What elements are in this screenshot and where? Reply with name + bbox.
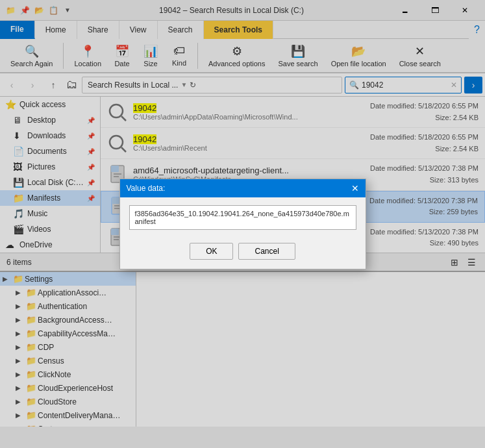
- ok-button[interactable]: OK: [190, 243, 233, 260]
- cancel-button[interactable]: Cancel: [238, 243, 295, 260]
- dialog-buttons: OK Cancel: [120, 238, 366, 269]
- value-dialog: Value data: ✕ f3856ad364e35_10.19042.190…: [119, 179, 366, 269]
- dialog-titlebar: Value data: ✕: [120, 179, 366, 197]
- dialog-overlay: Value data: ✕ f3856ad364e35_10.19042.190…: [0, 0, 485, 448]
- dialog-value: f3856ad364e35_10.19042.19041.264_none_6a…: [129, 205, 356, 230]
- dialog-title: Value data:: [127, 184, 166, 193]
- dialog-close-button[interactable]: ✕: [351, 183, 359, 193]
- dialog-body: f3856ad364e35_10.19042.19041.264_none_6a…: [120, 197, 366, 238]
